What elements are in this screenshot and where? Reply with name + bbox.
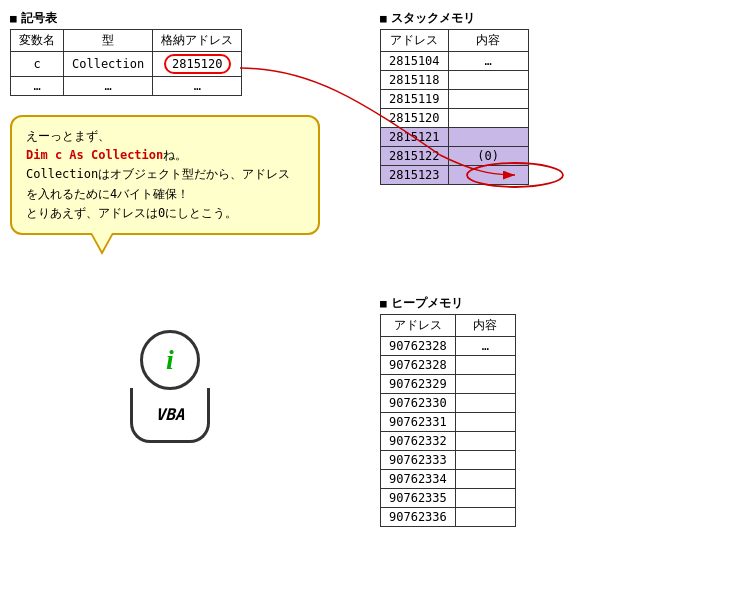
heap-memory-title-text: ヒープメモリ — [391, 295, 463, 312]
symbol-col-type: 型 — [64, 30, 153, 52]
heap-addr-2: 90762329 — [381, 375, 456, 394]
stack-memory-title-text: スタックメモリ — [391, 10, 475, 27]
speech-bubble: えーっとまず、 Dim c As Collectionね。 Collection… — [10, 115, 320, 235]
bubble-line2: Dim c As Collectionね。 — [26, 146, 304, 165]
stack-addr-1: 2815118 — [381, 71, 449, 90]
stack-content-5: (0) — [448, 147, 528, 166]
heap-content-1 — [455, 356, 515, 375]
heap-addr-5: 90762332 — [381, 432, 456, 451]
stack-row-4: 2815121 — [381, 128, 529, 147]
heap-addr-7: 90762334 — [381, 470, 456, 489]
symbol-table-section: 記号表 変数名 型 格納アドレス c Collection 2815120 — [10, 10, 242, 96]
stack-addr-4: 2815121 — [381, 128, 449, 147]
heap-row-6: 90762333 — [381, 451, 516, 470]
heap-addr-0: 90762328 — [381, 337, 456, 356]
heap-memory-table: アドレス 内容 90762328…90762328907623299076233… — [380, 314, 516, 527]
symbol-cell-varname-0: c — [11, 52, 64, 77]
symbol-table-title: 記号表 — [10, 10, 242, 27]
vba-body-label: VBA — [156, 405, 185, 424]
stack-addr-2: 2815119 — [381, 90, 449, 109]
heap-row-2: 90762329 — [381, 375, 516, 394]
bubble-keyword: Dim c As Collection — [26, 148, 163, 162]
heap-content-8 — [455, 489, 515, 508]
stack-row-2: 2815119 — [381, 90, 529, 109]
symbol-address-circle: 2815120 — [164, 54, 231, 74]
heap-addr-6: 90762333 — [381, 451, 456, 470]
stack-addr-5: 2815122 — [381, 147, 449, 166]
heap-row-5: 90762332 — [381, 432, 516, 451]
heap-row-4: 90762331 — [381, 413, 516, 432]
heap-content-9 — [455, 508, 515, 527]
stack-memory-table: アドレス 内容 2815104…281511828151192815120281… — [380, 29, 529, 185]
bubble-line5: とりあえず、アドレスは0にしとこう。 — [26, 204, 304, 223]
heap-addr-4: 90762331 — [381, 413, 456, 432]
stack-row-5: 2815122(0) — [381, 147, 529, 166]
heap-content-7 — [455, 470, 515, 489]
stack-row-3: 2815120 — [381, 109, 529, 128]
bubble-line2-suffix: ね。 — [163, 148, 187, 162]
vba-head: i — [140, 330, 200, 390]
symbol-row-0: c Collection 2815120 — [11, 52, 242, 77]
vba-body: VBA — [130, 388, 210, 443]
stack-memory-section: スタックメモリ アドレス 内容 2815104…2815118281511928… — [380, 10, 529, 185]
heap-row-7: 90762334 — [381, 470, 516, 489]
stack-content-1 — [448, 71, 528, 90]
bubble-line1: えーっとまず、 — [26, 127, 304, 146]
stack-row-1: 2815118 — [381, 71, 529, 90]
stack-addr-6: 2815123 — [381, 166, 449, 185]
heap-addr-9: 90762336 — [381, 508, 456, 527]
bubble-line3: Collectionはオブジェクト型だから、アドレス — [26, 165, 304, 184]
bubble-line4: を入れるために4バイト確保！ — [26, 185, 304, 204]
symbol-cell-addr-1: … — [153, 77, 242, 96]
heap-memory-title: ヒープメモリ — [380, 295, 516, 312]
stack-col-address: アドレス — [381, 30, 449, 52]
vba-icon: i — [166, 344, 174, 376]
heap-row-0: 90762328… — [381, 337, 516, 356]
heap-addr-1: 90762328 — [381, 356, 456, 375]
heap-content-5 — [455, 432, 515, 451]
stack-content-4 — [448, 128, 528, 147]
stack-addr-0: 2815104 — [381, 52, 449, 71]
stack-row-6: 2815123 — [381, 166, 529, 185]
symbol-cell-addr-0: 2815120 — [153, 52, 242, 77]
stack-content-3 — [448, 109, 528, 128]
symbol-cell-varname-1: … — [11, 77, 64, 96]
symbol-row-1: … … … — [11, 77, 242, 96]
symbol-table: 変数名 型 格納アドレス c Collection 2815120 … … … — [10, 29, 242, 96]
stack-addr-3: 2815120 — [381, 109, 449, 128]
heap-content-3 — [455, 394, 515, 413]
stack-row-0: 2815104… — [381, 52, 529, 71]
heap-row-3: 90762330 — [381, 394, 516, 413]
vba-character: i VBA — [130, 330, 210, 443]
symbol-col-address: 格納アドレス — [153, 30, 242, 52]
heap-content-6 — [455, 451, 515, 470]
heap-col-address: アドレス — [381, 315, 456, 337]
heap-addr-3: 90762330 — [381, 394, 456, 413]
stack-content-0: … — [448, 52, 528, 71]
page-container: 記号表 変数名 型 格納アドレス c Collection 2815120 — [0, 0, 734, 589]
stack-content-6 — [448, 166, 528, 185]
stack-content-2 — [448, 90, 528, 109]
heap-row-8: 90762335 — [381, 489, 516, 508]
heap-content-2 — [455, 375, 515, 394]
stack-memory-title: スタックメモリ — [380, 10, 529, 27]
stack-col-content: 内容 — [448, 30, 528, 52]
heap-row-9: 90762336 — [381, 508, 516, 527]
heap-row-1: 90762328 — [381, 356, 516, 375]
heap-content-0: … — [455, 337, 515, 356]
symbol-table-title-text: 記号表 — [21, 10, 57, 27]
symbol-cell-type-1: … — [64, 77, 153, 96]
heap-addr-8: 90762335 — [381, 489, 456, 508]
symbol-cell-type-0: Collection — [64, 52, 153, 77]
symbol-col-varname: 変数名 — [11, 30, 64, 52]
heap-content-4 — [455, 413, 515, 432]
heap-memory-section: ヒープメモリ アドレス 内容 90762328…9076232890762329… — [380, 295, 516, 527]
heap-col-content: 内容 — [455, 315, 515, 337]
